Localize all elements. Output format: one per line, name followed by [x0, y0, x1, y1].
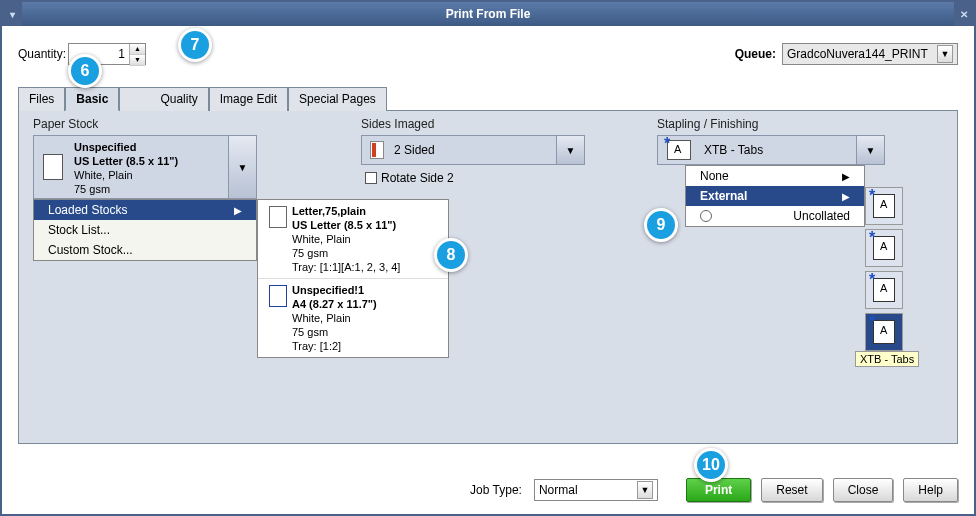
- callout-7: 7: [178, 28, 212, 62]
- paper-stock-label: Paper Stock: [33, 117, 98, 131]
- chevron-down-icon: ▼: [228, 136, 256, 198]
- chevron-down-icon: ▼: [637, 481, 653, 499]
- rotate-side2-label: Rotate Side 2: [381, 171, 454, 185]
- tab-image-edit[interactable]: Image Edit: [209, 87, 288, 111]
- callout-8: 8: [434, 238, 468, 272]
- bottom-bar: Job Type: Normal ▼ Print Reset Close Hel…: [18, 478, 958, 502]
- queue-label: Queue:: [735, 47, 776, 61]
- stapling-select[interactable]: A XTB - Tabs ▼: [657, 135, 885, 165]
- paper-icon: [264, 283, 292, 353]
- sides-imaged-value: 2 Sided: [392, 143, 556, 157]
- queue-select[interactable]: GradcoNuvera144_PRINT ▼: [782, 43, 958, 65]
- finishing-thumb-2[interactable]: A: [865, 229, 903, 267]
- stock-option-letter[interactable]: Letter,75,plain US Letter (8.5 x 11") Wh…: [258, 200, 448, 279]
- stapling-value: XTB - Tabs: [700, 143, 856, 157]
- paper-stock-current: Unspecified US Letter (8.5 x 11") White,…: [72, 136, 228, 198]
- callout-6: 6: [68, 54, 102, 88]
- tab-basic[interactable]: Basic: [65, 87, 119, 111]
- paper-icon: [264, 204, 292, 274]
- finishing-tooltip: XTB - Tabs: [855, 351, 919, 367]
- titlebar-close-button[interactable]: ✕: [954, 2, 974, 26]
- finishing-thumb-3[interactable]: A: [865, 271, 903, 309]
- queue-value: GradcoNuvera144_PRINT: [787, 47, 928, 61]
- window-title: Print From File: [446, 7, 531, 21]
- finishing-thumb-1[interactable]: A: [865, 187, 903, 225]
- chevron-down-icon: ▼: [856, 136, 884, 164]
- callout-9: 9: [644, 208, 678, 242]
- titlebar: ▾ Print From File ✕: [2, 2, 974, 26]
- print-button[interactable]: Print: [686, 478, 751, 502]
- tab-quality[interactable]: Quality: [119, 87, 208, 111]
- quantity-spinner[interactable]: ▲▼: [129, 44, 145, 64]
- paper-icon: [34, 136, 72, 198]
- finishing-icon: A: [667, 140, 691, 160]
- reset-button[interactable]: Reset: [761, 478, 822, 502]
- job-type-label: Job Type:: [470, 483, 522, 497]
- job-type-select[interactable]: Normal ▼: [534, 479, 658, 501]
- print-from-file-window: ▾ Print From File ✕ Quantity: ▲▼ Queue: …: [0, 0, 976, 516]
- close-button[interactable]: Close: [833, 478, 894, 502]
- stapling-external[interactable]: External▶: [686, 186, 864, 206]
- menu-custom-stock[interactable]: Custom Stock...: [34, 240, 256, 260]
- tab-files[interactable]: Files: [18, 87, 65, 111]
- sides-imaged-select[interactable]: 2 Sided ▼: [361, 135, 585, 165]
- tab-special-pages[interactable]: Special Pages: [288, 87, 387, 111]
- menu-stock-list[interactable]: Stock List...: [34, 220, 256, 240]
- loaded-stocks-submenu: Letter,75,plain US Letter (8.5 x 11") Wh…: [257, 199, 449, 358]
- rotate-side2-row: Rotate Side 2: [365, 171, 454, 185]
- sides-imaged-label: Sides Imaged: [361, 117, 434, 131]
- stapling-menu: None▶ External▶ Uncollated: [685, 165, 865, 227]
- chevron-down-icon: ▼: [937, 45, 953, 63]
- chevron-down-icon: ▼: [556, 136, 584, 164]
- titlebar-left-button[interactable]: ▾: [2, 2, 22, 26]
- stapling-finishing-label: Stapling / Finishing: [657, 117, 758, 131]
- quantity-label: Quantity:: [18, 47, 66, 61]
- rotate-side2-checkbox[interactable]: [365, 172, 377, 184]
- two-sided-icon: [362, 136, 392, 164]
- paper-stock-menu: Loaded Stocks▶ Stock List... Custom Stoc…: [33, 199, 257, 261]
- stapling-none[interactable]: None▶: [686, 166, 864, 186]
- basic-panel: Paper Stock Unspecified US Letter (8.5 x…: [18, 110, 958, 444]
- tabs: Files Basic Quality Image Edit Special P…: [18, 86, 958, 110]
- finishing-thumb-4[interactable]: A: [865, 313, 903, 351]
- help-button[interactable]: Help: [903, 478, 958, 502]
- callout-10: 10: [694, 448, 728, 482]
- menu-loaded-stocks[interactable]: Loaded Stocks▶: [34, 200, 256, 220]
- job-type-value: Normal: [539, 483, 578, 497]
- stapling-uncollated[interactable]: Uncollated: [686, 206, 864, 226]
- finishing-thumbs: A A A A: [865, 187, 909, 355]
- stock-option-a4[interactable]: Unspecified!1 A4 (8.27 x 11.7") White, P…: [258, 279, 448, 357]
- paper-stock-select[interactable]: Unspecified US Letter (8.5 x 11") White,…: [33, 135, 257, 199]
